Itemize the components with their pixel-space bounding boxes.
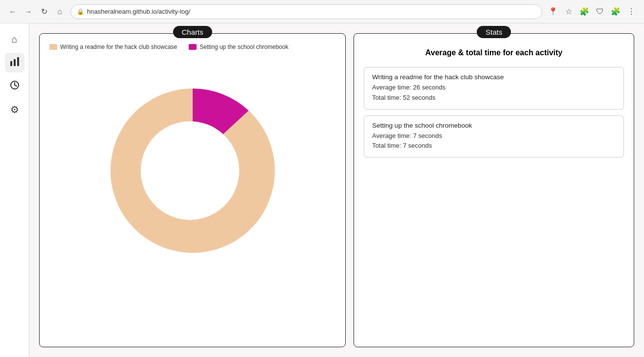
toolbar-actions: 📍 ☆ 🧩 🛡 🧩 ⋮ [546,5,638,19]
svg-rect-2 [17,57,19,66]
stat-card-1-name: Writing a readme for the hack club showc… [372,73,616,81]
legend-item-2: Setting up the school chromebook [189,44,288,50]
nav-buttons: ← → ↻ ⌂ [6,5,67,19]
extension2-button[interactable]: 🛡 [593,5,607,19]
extension1-button[interactable]: 🧩 [577,5,591,19]
svg-rect-1 [14,59,16,66]
stat-card-2-avg: Average time: 7 seconds [372,131,616,141]
svg-rect-0 [10,61,12,66]
home-button[interactable]: ⌂ [53,5,67,19]
charts-badge: Charts [173,26,212,38]
legend-item-1: Writing a readme for the hack club showc… [49,44,177,50]
location-button[interactable]: 📍 [546,5,560,19]
sidebar: ⌂ ⚙ [0,23,29,357]
donut-chart-container [49,58,335,283]
stat-card-2: Setting up the school chromebook Average… [364,115,624,158]
browser-wrapper: ← → ↻ ⌂ 🔒 hnasheralneam.github.io/activi… [0,0,644,357]
stat-card-2-total: Total time: 7 seconds [372,141,616,151]
history-icon [9,80,20,93]
home-icon: ⌂ [11,34,17,45]
stats-badge: Stats [477,26,511,38]
donut-chart [90,68,295,273]
extension3-button[interactable]: 🧩 [609,5,622,19]
sidebar-item-history[interactable] [5,76,24,96]
more-button[interactable]: ⋮ [624,5,638,19]
stat-card-2-name: Setting up the school chromebook [372,122,616,129]
url-text: hnasheralneam.github.io/activity-log/ [87,8,190,15]
legend-color-2 [189,44,197,50]
browser-content: ⌂ ⚙ [0,23,644,357]
browser-toolbar: ← → ↻ ⌂ 🔒 hnasheralneam.github.io/activi… [0,0,644,23]
stat-card-1-avg: Average time: 26 seconds [372,83,616,93]
charts-panel: Charts Writing a readme for the hack clu… [39,33,346,347]
legend-label-1: Writing a readme for the hack club showc… [60,44,177,50]
bookmark-button[interactable]: ☆ [562,5,576,19]
charts-icon [9,56,20,69]
sidebar-item-charts[interactable] [5,53,24,72]
stats-panel: Stats Average & total time for each acti… [354,33,634,347]
back-button[interactable]: ← [6,5,20,19]
legend-color-1 [49,44,57,50]
address-bar[interactable]: 🔒 hnasheralneam.github.io/activity-log/ [70,4,542,19]
reload-button[interactable]: ↻ [37,5,51,19]
sidebar-item-settings[interactable]: ⚙ [5,100,24,119]
stats-title: Average & total time for each activity [364,48,624,57]
stat-card-1: Writing a readme for the hack club showc… [364,67,624,110]
forward-button[interactable]: → [22,5,35,19]
lock-icon: 🔒 [77,8,84,15]
stat-card-1-total: Total time: 52 seconds [372,93,616,103]
chart-legend: Writing a readme for the hack club showc… [49,44,335,50]
legend-label-2: Setting up the school chromebook [200,44,288,50]
sidebar-item-home[interactable]: ⌂ [5,29,24,49]
settings-icon: ⚙ [10,104,19,115]
main-content: Charts Writing a readme for the hack clu… [29,23,644,357]
